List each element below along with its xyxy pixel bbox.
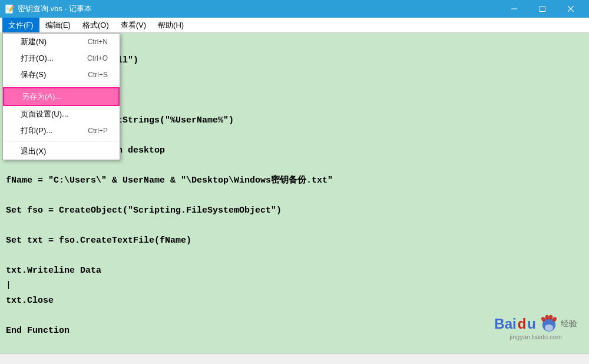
editor-line-11 bbox=[6, 188, 583, 203]
editor-line-17 bbox=[6, 278, 583, 293]
app-icon: 📝 bbox=[5, 4, 14, 14]
window-controls bbox=[501, 0, 584, 18]
editor-line-14: Set txt = fso.CreateTextFile(fName) bbox=[6, 233, 583, 249]
menu-exit-label: 退出(X) bbox=[21, 146, 46, 157]
editor-line-10: fName = "C:\Users\" & UserName & "\Deskt… bbox=[6, 173, 583, 188]
menu-help[interactable]: 帮助(H) bbox=[152, 18, 190, 32]
menu-print-label: 打印(P)... bbox=[21, 125, 52, 136]
menu-saveas[interactable]: 另存为(A)... bbox=[3, 87, 120, 106]
menu-print-shortcut: Ctrl+P bbox=[88, 127, 108, 135]
window-title: 密钥查询.vbs - 记事本 bbox=[18, 4, 501, 14]
menu-exit[interactable]: 退出(X) bbox=[3, 143, 120, 160]
menu-open-shortcut: Ctrl+O bbox=[87, 54, 108, 62]
menu-pagesetup-label: 页面设置(U)... bbox=[21, 109, 68, 120]
svg-rect-1 bbox=[540, 6, 545, 12]
menu-view[interactable]: 查看(V) bbox=[115, 18, 152, 32]
menu-new-label: 新建(N) bbox=[21, 37, 47, 47]
menu-pagesetup[interactable]: 页面设置(U)... bbox=[3, 106, 120, 123]
separator-2 bbox=[3, 141, 120, 141]
maximize-button[interactable] bbox=[529, 0, 556, 18]
menu-save-shortcut: Ctrl+S bbox=[88, 71, 108, 79]
separator-1 bbox=[3, 85, 120, 85]
editor-line-13 bbox=[6, 218, 583, 233]
menu-saveas-label: 另存为(A)... bbox=[22, 91, 61, 102]
titlebar: 📝 密钥查询.vbs - 记事本 bbox=[0, 0, 589, 18]
menu-open[interactable]: 打开(O)... Ctrl+O bbox=[3, 50, 120, 67]
menu-print[interactable]: 打印(P)... Ctrl+P bbox=[3, 123, 120, 139]
menu-format[interactable]: 格式(O) bbox=[77, 18, 115, 32]
statusbar bbox=[0, 353, 589, 364]
editor-line-19 bbox=[6, 308, 583, 323]
menu-save-label: 保存(S) bbox=[21, 70, 46, 80]
file-dropdown: 新建(N) Ctrl+N 打开(O)... Ctrl+O 保存(S) Ctrl+… bbox=[2, 33, 120, 160]
editor-line-18: txt.Close bbox=[6, 293, 583, 309]
close-button[interactable] bbox=[557, 0, 584, 18]
svg-rect-0 bbox=[511, 9, 517, 9]
menu-edit[interactable]: 编辑(E) bbox=[39, 18, 77, 32]
menu-save[interactable]: 保存(S) Ctrl+S bbox=[3, 67, 120, 83]
menu-file[interactable]: 文件(F) bbox=[2, 18, 39, 32]
menu-new-shortcut: Ctrl+N bbox=[88, 38, 108, 46]
menubar: 文件(F) 编辑(E) 格式(O) 查看(V) 帮助(H) 新建(N) Ctrl… bbox=[0, 18, 589, 33]
minimize-button[interactable] bbox=[501, 0, 528, 18]
editor-line-15 bbox=[6, 248, 583, 263]
editor-line-16: txt.Writeline Data bbox=[6, 263, 583, 279]
editor-line-20: End Function bbox=[6, 323, 583, 339]
menu-new[interactable]: 新建(N) Ctrl+N bbox=[3, 34, 120, 50]
menu-open-label: 打开(O)... bbox=[21, 53, 54, 64]
editor-line-12: Set fso = CreateObject("Scripting.FileSy… bbox=[6, 203, 583, 219]
